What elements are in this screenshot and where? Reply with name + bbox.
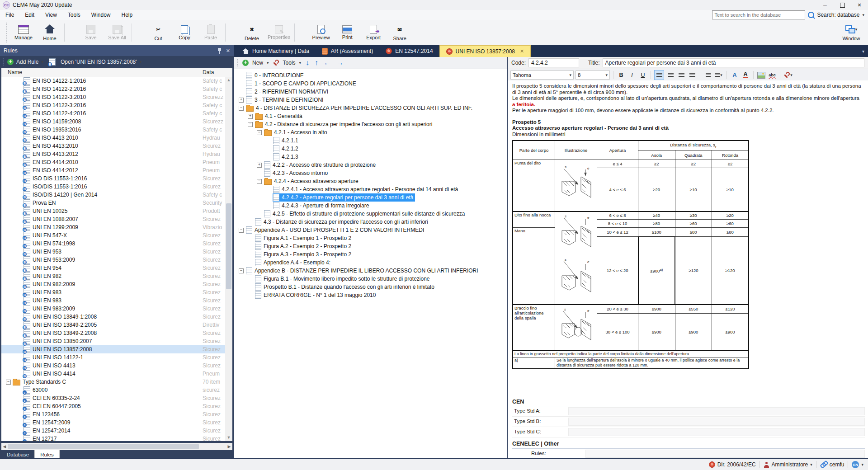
document-tab[interactable]: AR (Assessment) <box>316 45 379 57</box>
tree-item[interactable]: Figura A.1 - Esempio 1 - Prospetto 2 <box>234 234 507 242</box>
list-item[interactable]: UNI EN 1299:2009 Vibrazio <box>1 223 225 231</box>
list-item[interactable]: EN 12717 Sicurez <box>1 435 225 441</box>
toolbar-button[interactable]: ✂ Cut <box>145 20 171 45</box>
open-standard-caret-icon[interactable]: ▾ <box>140 60 142 64</box>
menu-item[interactable]: View <box>40 10 62 20</box>
list-item[interactable]: UNI EN 983:2009 Sicurez <box>1 305 225 313</box>
toolbar-button[interactable]: Copy <box>171 20 198 45</box>
code-field[interactable]: 4.2.4.2 <box>528 58 579 67</box>
expander-icon[interactable]: − <box>6 380 11 385</box>
list-item[interactable]: UNI EN 953 Sicurez <box>1 248 225 256</box>
list-item[interactable]: UNI EN 547-X Sicurez <box>1 231 225 240</box>
tree-item[interactable]: 0 - INTRODUZIONE <box>234 71 507 80</box>
align-right-button[interactable] <box>677 70 686 80</box>
toolbar-button[interactable]: Manage <box>10 20 37 45</box>
list-item[interactable]: ISO DIS 11553-1:2016 Sicurez <box>1 174 225 183</box>
tools-caret-icon[interactable]: ▾ <box>299 61 302 65</box>
tools-button[interactable]: Tools <box>283 60 296 66</box>
expander-icon[interactable]: − <box>257 179 262 184</box>
toolbar-button[interactable]: Properties <box>265 20 293 45</box>
language-selector[interactable]: EN ▾ <box>852 461 863 468</box>
search-input[interactable] <box>712 10 805 19</box>
user-menu[interactable]: Amministratore ▾ <box>764 461 812 468</box>
scroll-thumb[interactable] <box>226 203 231 289</box>
list-item[interactable]: UNI EN ISO 13857:2008 Sicurez <box>1 345 225 353</box>
panel-tab[interactable]: Database <box>1 450 34 459</box>
list-item[interactable]: UNI EN 10025 Prodott <box>1 207 225 215</box>
font-family-select[interactable]: Tahoma▾ <box>510 70 574 80</box>
expander-icon[interactable]: − <box>257 130 262 135</box>
scroll-left-icon[interactable]: ◀ <box>1 444 8 449</box>
expander-icon[interactable]: + <box>248 114 253 119</box>
bold-button[interactable]: B <box>617 70 626 80</box>
tree-item[interactable]: + 3 - TERMINI E DEFINIZIONI <box>234 96 507 104</box>
search-scope-button[interactable]: Search: database <box>817 12 859 18</box>
maximize-button[interactable] <box>834 0 851 10</box>
menu-item[interactable]: Edit <box>19 10 40 20</box>
list-item[interactable]: EN ISO 14122-2:2016 Safety c <box>1 85 225 93</box>
toolbar-button[interactable]: ✖ Delete <box>239 20 265 45</box>
list-item[interactable]: EN ISO 4414:2012 Pneum <box>1 166 225 174</box>
pin-icon[interactable] <box>217 48 222 54</box>
menu-item[interactable]: Help <box>116 10 138 20</box>
list-item[interactable]: EN ISO 4413:2012 Hydrau <box>1 150 225 158</box>
editor-tools-button[interactable]: ▾ <box>783 70 793 80</box>
rules-horizontal-scrollbar[interactable]: ◀ ▶ <box>1 443 232 450</box>
list-item[interactable]: UNI EN 1088:2007 Sicurez <box>1 215 225 223</box>
toolbar-button[interactable]: Save <box>78 20 104 45</box>
numbered-list-button[interactable]: ▾ <box>714 70 723 80</box>
tree-item[interactable]: − 4.2 - Distanze di sicurezza per impedi… <box>234 120 507 128</box>
bullet-list-button[interactable] <box>703 70 712 80</box>
list-item[interactable]: ISO/DIS 11553-1:2016 Sicurez <box>1 183 225 191</box>
toolbar-button[interactable] <box>132 24 144 42</box>
list-item[interactable]: Prova EN Security <box>1 199 225 207</box>
document-tab[interactable]: Home Machinery | Data <box>236 45 316 57</box>
add-rule-button[interactable]: Add Rule <box>16 59 38 65</box>
highlight-color-button[interactable]: A <box>741 70 750 80</box>
minimize-button[interactable]: ─ <box>816 0 834 10</box>
new-node-button[interactable]: New <box>252 60 263 66</box>
editor-content[interactable]: Il prospetto 5 considera le dimensioni m… <box>508 80 868 459</box>
column-header-name[interactable]: Name <box>1 69 203 75</box>
align-justify-button[interactable] <box>688 70 697 80</box>
menu-item[interactable]: Tools <box>62 10 86 20</box>
tree-item[interactable]: 1 - SCOPO E CAMPO DI APPLICAZIONE <box>234 80 507 88</box>
list-item[interactable]: EN ISO 14122-3:2016 Safety c <box>1 101 225 109</box>
list-item[interactable]: UNI EN 982 Sicurez <box>1 272 225 280</box>
navigate-back-button[interactable]: ← <box>323 59 332 66</box>
align-left-button[interactable] <box>654 70 664 80</box>
tree-item[interactable]: − Appendice A - USO DEI PROSPETTI 1 E 2 … <box>234 226 507 234</box>
list-item[interactable]: UNI EN ISO 13849-1:2008 Sicurez <box>1 313 225 321</box>
list-item[interactable]: EN ISO 19353:2016 Safety c <box>1 126 225 134</box>
toolbar-button[interactable] <box>225 24 237 42</box>
tree-item[interactable]: 4.2.4.1 - Accesso attraverso aperture re… <box>234 185 507 193</box>
close-button[interactable]: ✕ <box>851 0 868 10</box>
hscroll-thumb[interactable] <box>8 444 199 449</box>
toolbar-button[interactable]: Save All <box>104 20 130 45</box>
toolbar-button[interactable]: Print <box>334 20 360 45</box>
list-item[interactable]: UNI EN ISO 13849-2:2008 Sicurez <box>1 329 225 337</box>
expander-icon[interactable]: − <box>239 228 244 233</box>
spell-check-button[interactable]: abc <box>768 70 777 80</box>
tab-list-caret-icon[interactable]: ▾ <box>859 45 868 57</box>
tree-item[interactable]: 4.2.3 - Accesso intorno <box>234 169 507 177</box>
tree-item[interactable]: − 4.2.4 - Accesso attraverso aperture <box>234 177 507 185</box>
italic-button[interactable]: I <box>627 70 637 80</box>
type-std-a-field[interactable] <box>568 407 865 415</box>
tree-item[interactable]: ERRATA CORRIGE - N° 1 del 13 maggio 2010 <box>234 291 507 299</box>
tab-close-icon[interactable]: ✕ <box>520 48 524 54</box>
tree-item[interactable]: − Appendice B - DISTANZE PER IMPEDIRE IL… <box>234 267 507 275</box>
underline-button[interactable]: U <box>638 70 647 80</box>
list-item[interactable]: 63000 sicurez <box>1 386 225 394</box>
expander-icon[interactable]: + <box>257 163 262 168</box>
rules-vertical-scrollbar[interactable]: ▲ ▼ <box>225 77 232 441</box>
list-item[interactable]: EN ISO 14122-1:2016 Safety c <box>1 77 225 85</box>
panel-close-icon[interactable]: ✕ <box>226 48 230 54</box>
move-up-button[interactable]: ↑ <box>314 59 319 66</box>
tree-item[interactable]: 2 - RIFERIMENTI NORMATIVI <box>234 88 507 96</box>
tree-item[interactable]: 4.2.4.3 - Aperture di forma irregolare <box>234 202 507 210</box>
title-field[interactable]: Aperture regolari per persone dai 3 anni… <box>603 58 864 67</box>
expander-icon[interactable]: − <box>239 268 244 273</box>
add-rule-caret-icon[interactable]: ▾ <box>41 60 43 64</box>
scroll-right-icon[interactable]: ▶ <box>226 444 232 449</box>
